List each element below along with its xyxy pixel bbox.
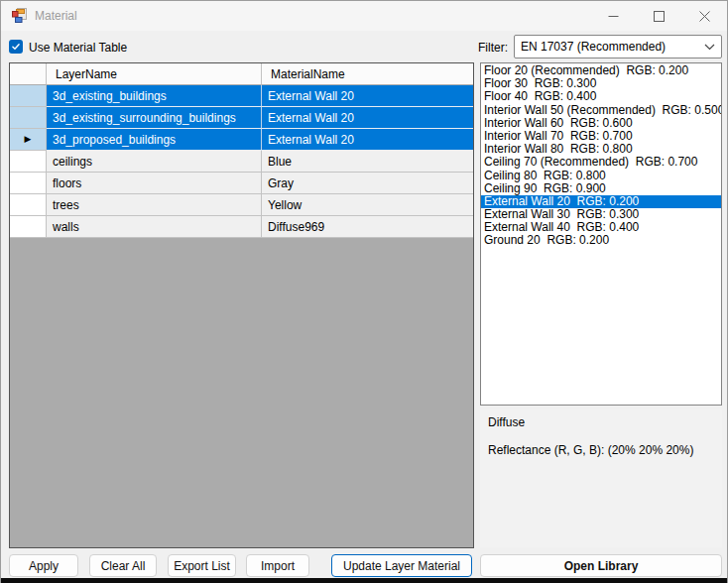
list-item[interactable]: Interior Wall 60 RGB: 0.600 [481, 117, 721, 130]
table-row[interactable]: trees Yellow [10, 194, 473, 216]
material-detail-panel: Diffuse Reflectance (R, G, B): (20% 20% … [480, 409, 722, 547]
filter-dropdown-value: EN 17037 (Recommended) [521, 40, 704, 54]
window-bottom-border [1, 578, 727, 583]
layer-name-cell[interactable]: 3d_existing_surrounding_buildings [47, 107, 262, 129]
use-material-table-label[interactable]: Use Material Table [29, 41, 127, 55]
import-button[interactable]: Import [246, 554, 309, 577]
table-row[interactable]: floors Gray [10, 173, 473, 194]
layer-name-cell[interactable]: floors [47, 173, 262, 194]
row-selector-cell[interactable]: ▶ [10, 129, 47, 151]
material-name-cell[interactable]: Gray [262, 173, 473, 194]
list-item[interactable]: Ceiling 80 RGB: 0.800 [481, 170, 721, 182]
list-item[interactable]: Ground 20 RGB: 0.200 [481, 234, 721, 247]
filter-label: Filter: [452, 41, 508, 55]
layer-name-cell[interactable]: walls [47, 216, 262, 238]
maximize-button[interactable] [636, 1, 681, 31]
open-library-button[interactable]: Open Library [480, 554, 722, 577]
row-selector-cell[interactable] [10, 216, 47, 238]
layer-material-grid: LayerName MaterialName 3d_existing_build… [9, 62, 474, 548]
row-selector-cell[interactable] [10, 151, 47, 173]
material-name-cell[interactable]: Diffuse969 [262, 216, 473, 238]
material-name-cell[interactable]: External Wall 20 [262, 107, 473, 129]
material-name-cell[interactable]: Yellow [262, 194, 473, 216]
layer-name-cell[interactable]: ceilings [47, 151, 262, 173]
use-material-table-checkbox[interactable] [9, 40, 23, 54]
material-name-cell[interactable]: Blue [262, 151, 473, 173]
filter-dropdown[interactable]: EN 17037 (Recommended) [514, 35, 722, 58]
chevron-down-icon [704, 44, 715, 51]
material-name-cell[interactable]: External Wall 20 [262, 129, 473, 151]
row-selector-cell[interactable] [10, 173, 47, 194]
table-row[interactable]: 3d_existing_surrounding_buildings Extern… [10, 107, 473, 129]
window-title: Material [35, 9, 77, 23]
minimize-button[interactable] [590, 1, 636, 31]
grid-header-row: LayerName MaterialName [10, 63, 473, 85]
layer-name-cell[interactable]: trees [47, 194, 262, 216]
row-selector-cell[interactable] [10, 194, 47, 216]
list-item-selected[interactable]: External Wall 20 RGB: 0.200 [481, 195, 721, 208]
apply-button[interactable]: Apply [9, 554, 78, 577]
update-layer-material-button[interactable]: Update Layer Material [331, 554, 472, 577]
layer-name-cell[interactable]: 3d_proposed_buildings [47, 129, 262, 151]
title-bar: Material [1, 1, 727, 31]
column-header-layername[interactable]: LayerName [47, 63, 262, 85]
material-listbox: Floor 20 (Recommended) RGB: 0.200 Floor … [480, 62, 722, 406]
app-window-icon [11, 8, 27, 24]
list-item[interactable]: Floor 30 RGB: 0.300 [481, 77, 721, 90]
row-selector-cell[interactable] [10, 107, 47, 129]
column-header-materialname[interactable]: MaterialName [262, 63, 473, 85]
clear-all-button[interactable]: Clear All [89, 554, 157, 577]
list-item[interactable]: Interior Wall 80 RGB: 0.800 [481, 143, 721, 156]
list-item[interactable]: Floor 40 RGB: 0.400 [481, 90, 721, 103]
current-row-arrow-icon: ▶ [25, 135, 32, 144]
list-item[interactable]: Ceiling 70 (Recommended) RGB: 0.700 [481, 156, 721, 169]
list-item[interactable]: Ceiling 90 RGB: 0.900 [481, 182, 721, 195]
list-item[interactable]: Interior Wall 50 (Recommended) RGB: 0.50… [481, 104, 721, 117]
list-item[interactable]: Floor 20 (Recommended) RGB: 0.200 [481, 64, 721, 77]
layer-name-cell[interactable]: 3d_existing_buildings [47, 85, 262, 107]
material-name-cell[interactable]: External Wall 20 [262, 85, 473, 107]
list-item[interactable]: Interior Wall 70 RGB: 0.700 [481, 130, 721, 143]
check-icon [11, 42, 21, 52]
export-list-button[interactable]: Export List [168, 554, 236, 577]
row-selector-cell[interactable] [10, 85, 47, 107]
table-row[interactable]: 3d_existing_buildings External Wall 20 [10, 85, 473, 107]
table-row[interactable]: ▶ 3d_proposed_buildings External Wall 20 [10, 129, 473, 151]
material-type-text: Diffuse [488, 415, 714, 429]
table-row[interactable]: walls Diffuse969 [10, 216, 473, 238]
table-row[interactable]: ceilings Blue [10, 151, 473, 173]
grid-corner-cell[interactable] [10, 63, 47, 85]
list-item[interactable]: External Wall 40 RGB: 0.400 [481, 221, 721, 234]
close-button[interactable] [681, 1, 727, 31]
material-dialog: Material Use Material Table Filter: EN 1… [0, 0, 728, 583]
reflectance-text: Reflectance (R, G, B): (20% 20% 20%) [488, 443, 714, 457]
list-item[interactable]: External Wall 30 RGB: 0.300 [481, 208, 721, 221]
